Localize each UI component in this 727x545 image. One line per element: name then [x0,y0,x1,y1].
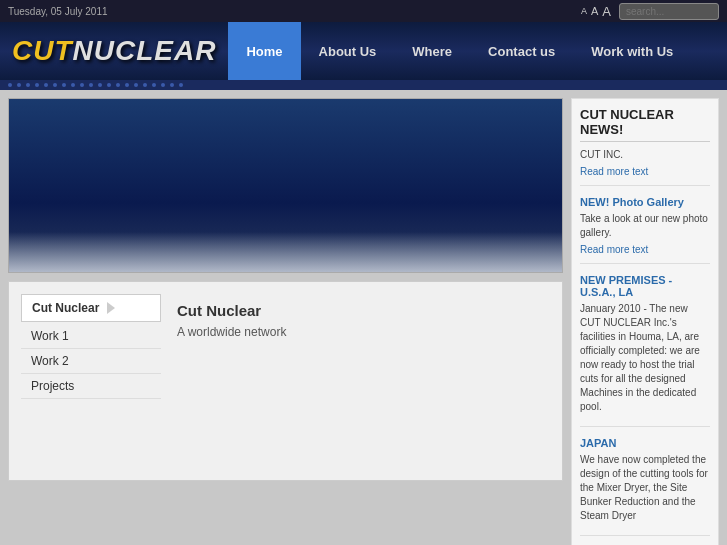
news-section-gallery: NEW! Photo Gallery Take a look at our ne… [580,196,710,264]
font-large-button[interactable]: A [602,4,611,19]
dot-decoration [179,83,183,87]
top-bar: Tuesday, 05 July 2011 A A A [0,0,727,22]
news-section-intro: CUT INC. Read more text [580,148,710,186]
dot-decoration [62,83,66,87]
news-text-gallery: Take a look at our new photo gallery. [580,212,710,240]
sidebar-nav-item-projects[interactable]: Projects [21,374,161,399]
search-input[interactable] [619,3,719,20]
dot-decoration [161,83,165,87]
content-title: Cut Nuclear [177,302,534,319]
dot-decoration [170,83,174,87]
logo-cut: CUT [12,35,73,66]
sidebar-nav-item-work2[interactable]: Work 2 [21,349,161,374]
dot-decoration [143,83,147,87]
news-title-japan[interactable]: JAPAN [580,437,710,449]
main-layout: Cut Nuclear Work 1 Work 2 Projects Cut N… [0,90,727,545]
dot-row [0,80,727,90]
nav-item-work[interactable]: Work with Us [573,22,691,80]
nav-item-contact[interactable]: Contact us [470,22,573,80]
date-display: Tuesday, 05 July 2011 [8,6,108,17]
dot-decoration [116,83,120,87]
dot-decoration [35,83,39,87]
dot-decoration [17,83,21,87]
font-medium-button[interactable]: A [591,5,598,17]
logo-text: CUTNUCLEAR [12,35,216,67]
news-heading: CUT NUCLEAR NEWS! [580,107,710,142]
dot-decoration [26,83,30,87]
header: CUTNUCLEAR Home About Us Where Contact u… [0,22,727,80]
sidebar-nav-header-label: Cut Nuclear [32,301,99,315]
dot-decoration [134,83,138,87]
dot-decoration [89,83,93,87]
dot-decoration [107,83,111,87]
hero-overlay [9,232,562,272]
sidebar-arrow-icon [107,302,115,314]
top-bar-right: A A A [581,3,719,20]
dot-decoration [80,83,84,87]
main-content-body: Cut Nuclear A worldwide network [161,294,550,468]
dot-decoration [71,83,75,87]
logo-nuclear: NUCLEAR [73,35,217,66]
news-title-premises[interactable]: NEW PREMISES - U.S.A., LA [580,274,710,298]
content-section: Cut Nuclear Work 1 Work 2 Projects Cut N… [8,281,563,481]
nav-item-home[interactable]: Home [228,22,300,80]
right-sidebar: CUT NUCLEAR NEWS! CUT INC. Read more tex… [571,98,719,545]
news-section-japan: JAPAN We have now completed the design o… [580,437,710,536]
nav-item-about[interactable]: About Us [301,22,395,80]
dot-decoration [98,83,102,87]
logo: CUTNUCLEAR [0,35,228,67]
content-subtitle: A worldwide network [177,325,534,339]
sidebar-nav: Cut Nuclear Work 1 Work 2 Projects [21,294,161,468]
font-small-button[interactable]: A [581,6,587,16]
font-size-controls: A A A [581,4,611,19]
dot-decoration [44,83,48,87]
content-area: Cut Nuclear Work 1 Work 2 Projects Cut N… [8,98,563,545]
news-text-premises: January 2010 - The new CUT NUCLEAR Inc.'… [580,302,710,414]
hero-banner [8,98,563,273]
news-intro-text: CUT INC. [580,148,710,162]
main-nav: Home About Us Where Contact us Work with… [228,22,727,80]
nav-item-where[interactable]: Where [394,22,470,80]
dot-decoration [152,83,156,87]
news-title-gallery[interactable]: NEW! Photo Gallery [580,196,710,208]
sidebar-nav-header[interactable]: Cut Nuclear [21,294,161,322]
dot-decoration [8,83,12,87]
sidebar-nav-item-work1[interactable]: Work 1 [21,324,161,349]
news-section-premises: NEW PREMISES - U.S.A., LA January 2010 -… [580,274,710,427]
dot-decoration [125,83,129,87]
news-text-japan: We have now completed the design of the … [580,453,710,523]
read-more-link-1[interactable]: Read more text [580,244,710,255]
read-more-link-0[interactable]: Read more text [580,166,710,177]
dot-decoration [53,83,57,87]
